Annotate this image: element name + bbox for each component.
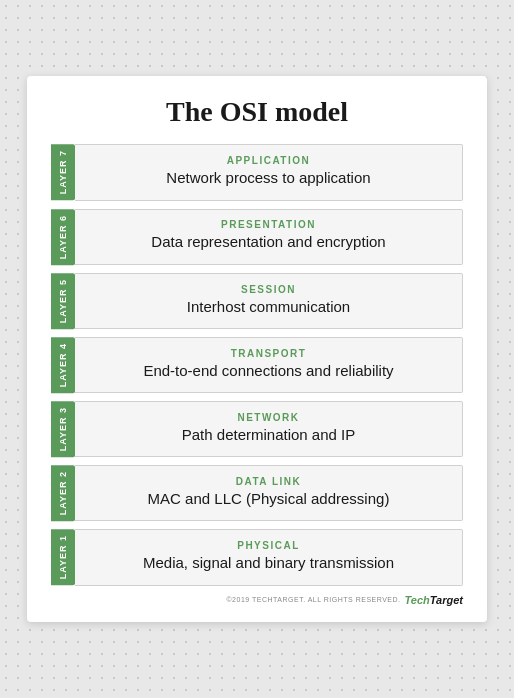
page-title: The OSI model (51, 96, 463, 128)
layer-badge-6: LAYER 2 (51, 465, 75, 521)
layer-desc-6: MAC and LLC (Physical addressing) (148, 489, 390, 509)
layer-row-1: LAYER 7APPLICATIONNetwork process to app… (51, 144, 463, 200)
layer-desc-1: Network process to application (166, 168, 370, 188)
layer-desc-5: Path determination and IP (182, 425, 355, 445)
layer-content-5: NETWORKPath determination and IP (75, 401, 463, 457)
layer-row-7: LAYER 1PHYSICALMedia, signal and binary … (51, 529, 463, 585)
layer-name-1: APPLICATION (227, 155, 311, 166)
layer-content-1: APPLICATIONNetwork process to applicatio… (75, 144, 463, 200)
layer-name-7: PHYSICAL (237, 540, 300, 551)
layer-row-6: LAYER 2DATA LINKMAC and LLC (Physical ad… (51, 465, 463, 521)
layer-desc-4: End-to-end connections and reliability (143, 361, 393, 381)
layer-badge-5: LAYER 3 (51, 401, 75, 457)
layer-badge-2: LAYER 6 (51, 209, 75, 265)
layer-desc-2: Data representation and encryption (151, 232, 385, 252)
osi-model-card: The OSI model LAYER 7APPLICATIONNetwork … (27, 76, 487, 621)
layer-name-4: TRANSPORT (231, 348, 307, 359)
layers-list: LAYER 7APPLICATIONNetwork process to app… (51, 144, 463, 585)
layer-desc-7: Media, signal and binary transmission (143, 553, 394, 573)
layer-content-6: DATA LINKMAC and LLC (Physical addressin… (75, 465, 463, 521)
layer-row-4: LAYER 4TRANSPORTEnd-to-end connections a… (51, 337, 463, 393)
layer-row-3: LAYER 5SESSIONInterhost communication (51, 273, 463, 329)
layer-content-4: TRANSPORTEnd-to-end connections and reli… (75, 337, 463, 393)
footer: ©2019 TECHTARGET. ALL RIGHTS RESERVED. T… (51, 594, 463, 606)
layer-row-5: LAYER 3NETWORKPath determination and IP (51, 401, 463, 457)
layer-name-6: DATA LINK (236, 476, 302, 487)
layer-name-3: SESSION (241, 284, 296, 295)
layer-desc-3: Interhost communication (187, 297, 350, 317)
layer-content-7: PHYSICALMedia, signal and binary transmi… (75, 529, 463, 585)
layer-badge-7: LAYER 1 (51, 529, 75, 585)
layer-badge-1: LAYER 7 (51, 144, 75, 200)
layer-content-3: SESSIONInterhost communication (75, 273, 463, 329)
layer-badge-3: LAYER 5 (51, 273, 75, 329)
layer-content-2: PRESENTATIONData representation and encr… (75, 209, 463, 265)
layer-name-5: NETWORK (237, 412, 299, 423)
layer-name-2: PRESENTATION (221, 219, 316, 230)
layer-row-2: LAYER 6PRESENTATIONData representation a… (51, 209, 463, 265)
layer-badge-4: LAYER 4 (51, 337, 75, 393)
techtarget-logo: TechTarget (405, 594, 463, 606)
copyright-text: ©2019 TECHTARGET. ALL RIGHTS RESERVED. (226, 596, 400, 603)
